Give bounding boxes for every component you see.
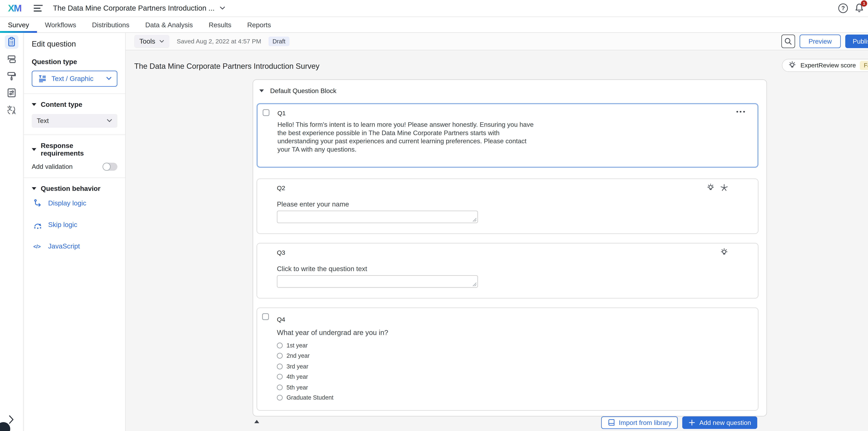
question-behavior-section-header[interactable]: Question behavior [32, 185, 117, 192]
display-logic-link[interactable]: Display logic [33, 198, 117, 208]
tab-workflows[interactable]: Workflows [37, 17, 84, 33]
question-type-dropdown[interactable]: Text / Graphic [32, 71, 117, 87]
rail-item-look-and-feel[interactable] [5, 69, 19, 83]
publish-button[interactable]: Publish [845, 35, 868, 48]
notifications-button[interactable]: 1 [854, 3, 865, 14]
question-text[interactable]: Click to write the question text [277, 265, 367, 273]
question-card-q1[interactable]: Q1 Hello! This form's intent is to learn… [256, 103, 758, 168]
question-text[interactable]: What year of undergrad are you in? [277, 329, 388, 337]
choice-option[interactable]: 4th year [277, 373, 308, 380]
tab-data-analysis[interactable]: Data & Analysis [137, 17, 201, 33]
question-checkbox[interactable] [262, 313, 269, 320]
rail-item-survey-options[interactable] [5, 86, 19, 100]
choice-option[interactable]: 1st year [277, 342, 308, 349]
radio-icon[interactable] [277, 343, 283, 348]
rail-item-translations[interactable]: 文 A [5, 103, 19, 117]
search-button[interactable] [781, 35, 795, 48]
add-validation-toggle[interactable] [102, 163, 117, 171]
blocks-icon [6, 53, 17, 65]
panel-title: Edit question [32, 39, 117, 48]
text-graphic-icon [37, 73, 48, 84]
tab-reports[interactable]: Reports [239, 17, 279, 33]
question-id: Q4 [277, 316, 285, 323]
chevron-down-icon [106, 119, 112, 123]
question-menu-button[interactable] [736, 111, 745, 113]
block-bottom-collapse-icon[interactable] [254, 420, 259, 423]
resize-handle-icon [472, 282, 477, 287]
qualtrics-survey-editor: XM The Data Mine Corporate Partners Intr… [0, 0, 868, 431]
survey-title-truncated: The Data Mine Corporate Partners Introdu… [53, 4, 215, 12]
translations-icon: 文 A [6, 104, 17, 116]
preview-button[interactable]: Preview [800, 35, 841, 48]
tab-distributions[interactable]: Distributions [84, 17, 137, 33]
draft-badge: Draft [269, 37, 289, 46]
toolbar-actions: Preview Publish [781, 35, 868, 48]
add-validation-label: Add validation [32, 163, 73, 171]
choice-option[interactable]: 3rd year [277, 363, 308, 370]
question-indicator-icons [706, 184, 728, 192]
import-from-library-button[interactable]: Import from library [601, 417, 678, 429]
choice-option[interactable]: 5th year [277, 384, 308, 391]
survey-options-icon [6, 87, 17, 98]
svg-text:文: 文 [7, 105, 13, 111]
question-text[interactable]: Hello! This form's intent is to learn mo… [277, 121, 538, 154]
rail-item-blocks[interactable] [5, 52, 19, 66]
left-icon-rail: 文 A [0, 33, 24, 431]
question-card-q2[interactable]: Q2 Please enter your name [256, 179, 758, 234]
tools-dropdown[interactable]: Tools [134, 35, 169, 48]
question-checkbox[interactable] [262, 109, 270, 116]
toggle-knob [102, 163, 111, 171]
plus-icon [688, 419, 695, 426]
radio-icon[interactable] [277, 353, 283, 359]
expert-review-pill[interactable]: ExpertReview score Fair [782, 59, 868, 72]
radio-icon[interactable] [277, 374, 283, 379]
lightbulb-icon [788, 61, 797, 70]
resize-handle-icon [472, 218, 477, 222]
asterisk-icon[interactable] [720, 184, 728, 192]
content-type-label: Content type [41, 101, 82, 109]
question-card-q3[interactable]: Q3 Click to write the question text [256, 243, 758, 299]
radio-icon[interactable] [277, 364, 283, 369]
question-type-label: Question type [32, 58, 117, 66]
radio-icon[interactable] [277, 395, 283, 401]
rail-item-builder[interactable] [5, 35, 19, 49]
skip-logic-link[interactable]: Skip logic [33, 220, 117, 230]
divider [24, 93, 125, 94]
lightbulb-icon[interactable] [706, 184, 715, 192]
question-card-q4[interactable]: Q4 What year of undergrad are you in? 1s… [256, 308, 758, 411]
collapse-triangle-icon [32, 187, 36, 190]
block-footer-actions: Import from library Add new question [601, 417, 757, 429]
notification-badge: 1 [861, 0, 867, 7]
answer-text-input[interactable] [277, 275, 478, 288]
expert-review-label: ExpertReview score [801, 62, 856, 69]
add-new-question-button[interactable]: Add new question [682, 417, 757, 429]
collapse-triangle-icon [32, 148, 36, 151]
question-id: Q2 [277, 185, 285, 192]
xm-logo[interactable]: XM [8, 3, 21, 14]
question-text[interactable]: Please enter your name [277, 201, 349, 208]
hamburger-menu-icon[interactable] [34, 5, 43, 12]
chevron-down-icon [220, 6, 225, 10]
answer-text-input[interactable] [277, 211, 478, 223]
block-collapse-triangle-icon[interactable] [259, 89, 264, 92]
tab-results[interactable]: Results [201, 17, 239, 33]
content-type-select[interactable]: Text [32, 114, 117, 128]
response-requirements-section-header[interactable]: Response requirements [32, 142, 117, 157]
expand-panel-chevron-icon[interactable] [7, 414, 15, 426]
question-type-value: Text / Graphic [52, 75, 93, 83]
collapse-triangle-icon [32, 103, 36, 106]
divider [24, 178, 125, 178]
divider [24, 134, 125, 135]
lightbulb-icon[interactable] [720, 248, 728, 257]
block-title[interactable]: Default Question Block [270, 87, 336, 95]
survey-title-menu[interactable]: The Data Mine Corporate Partners Introdu… [53, 4, 225, 12]
tab-survey[interactable]: Survey [0, 17, 37, 33]
choice-option[interactable]: Graduate Student [277, 394, 334, 401]
survey-page-title: The Data Mine Corporate Partners Introdu… [134, 62, 319, 70]
radio-icon[interactable] [277, 384, 283, 390]
choice-option[interactable]: 2nd year [277, 352, 310, 359]
book-icon [608, 419, 615, 427]
content-type-section-header[interactable]: Content type [32, 101, 117, 109]
help-icon[interactable]: ? [838, 3, 848, 13]
javascript-link[interactable]: </> JavaScript [33, 241, 117, 251]
